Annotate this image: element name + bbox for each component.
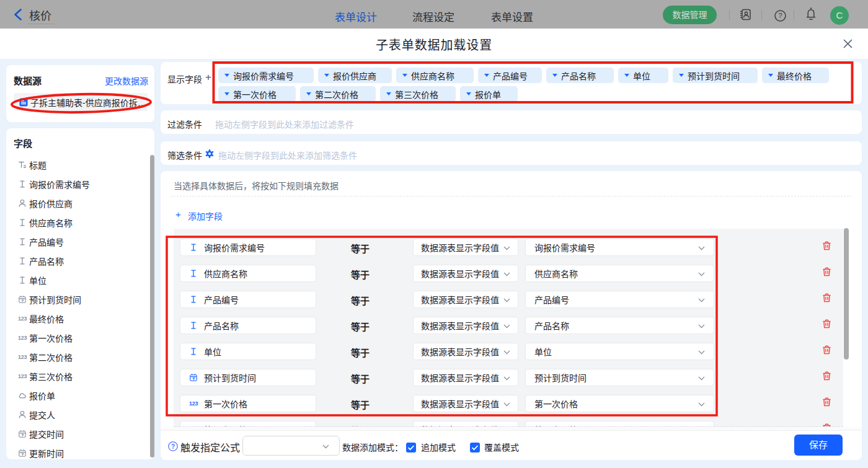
svg-text:?: ? [778,12,782,19]
svg-text:?: ? [171,443,175,450]
